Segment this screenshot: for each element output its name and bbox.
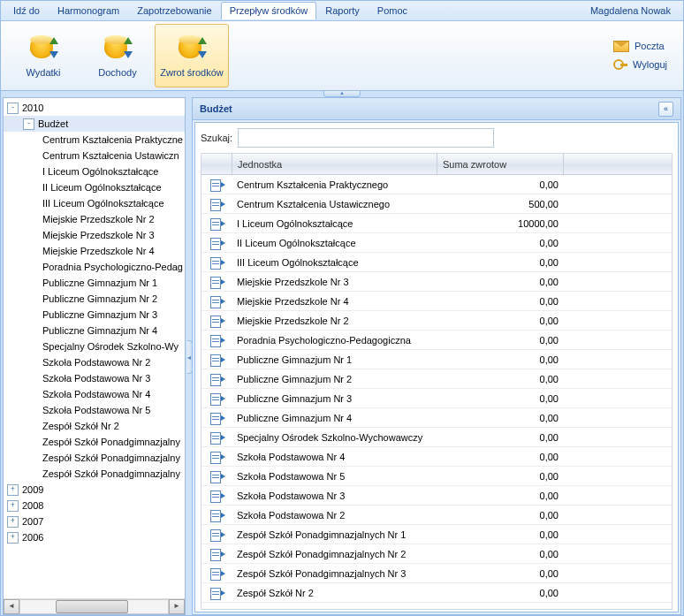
- tree-node[interactable]: Poradnia Psychologiczno-Pedag: [4, 259, 185, 275]
- db-refund-icon: [28, 34, 58, 64]
- tree-node[interactable]: Specjalny Ośrodek Szkolno-Wy: [4, 338, 185, 354]
- table-row[interactable]: Szkoła Podstawowa Nr 20,00: [201, 506, 672, 525]
- ribbon-collapse-handle[interactable]: [323, 91, 361, 97]
- table-row[interactable]: I Liceum Ogólnokształcące10000,00: [201, 214, 672, 233]
- tree-panel: -2010-BudżetCentrum Kształcenia Praktycz…: [3, 97, 186, 615]
- row-refund-icon: [210, 374, 223, 384]
- tree-node[interactable]: Publiczne Gimnazjum Nr 1: [4, 275, 185, 291]
- table-row[interactable]: Miejskie Przedszkole Nr 40,00: [201, 292, 672, 311]
- tree-node[interactable]: Centrum Kształcenia Ustawiczn: [4, 148, 185, 164]
- tree-node[interactable]: +2008: [4, 498, 185, 513]
- link-wyloguj[interactable]: Wyloguj: [613, 57, 667, 72]
- tree-node[interactable]: +2009: [4, 482, 185, 498]
- tree-toggle-icon[interactable]: +: [7, 532, 19, 544]
- tree-node[interactable]: Szkoła Podstawowa Nr 3: [4, 370, 185, 386]
- tree-node[interactable]: Miejskie Przedszkole Nr 2: [4, 211, 185, 227]
- table-row[interactable]: Publiczne Gimnazjum Nr 40,00: [201, 408, 672, 428]
- tree-node[interactable]: Zespół Szkół Ponadgimnazjalny: [4, 466, 185, 482]
- table-row[interactable]: Zespół Szkół Nr 20,00: [201, 583, 672, 603]
- table-row[interactable]: Zespół Szkół Ponadgimnazjalnych Nr 20,00: [201, 544, 672, 564]
- table-row[interactable]: Publiczne Gimnazjum Nr 30,00: [201, 389, 672, 408]
- tree-node[interactable]: Szkoła Podstawowa Nr 5: [4, 402, 185, 418]
- tree-node[interactable]: +2007: [4, 513, 185, 529]
- tree-node[interactable]: -Budżet: [4, 116, 185, 132]
- scroll-left-button[interactable]: ◄: [4, 599, 19, 614]
- table-row[interactable]: Centrum Kształcenia Ustawicznego500,00: [201, 194, 672, 214]
- db-refund-icon: [103, 34, 133, 64]
- col-icon[interactable]: [201, 154, 232, 174]
- menu-zapotrzebowanie[interactable]: Zapotrzebowanie: [128, 2, 220, 19]
- col-suma[interactable]: Suma zwrotow: [437, 154, 564, 174]
- tree-node[interactable]: Zespół Szkół Nr 2: [4, 418, 185, 434]
- tree-node[interactable]: Szkoła Podstawowa Nr 2: [4, 354, 185, 370]
- tree-node[interactable]: Centrum Kształcenia Praktyczne: [4, 132, 185, 148]
- menu-raporty[interactable]: Raporty: [316, 2, 369, 19]
- table-row[interactable]: Zespół Szkół Ponadgimnazjalnych Nr 10,00: [201, 525, 672, 544]
- search-input[interactable]: [238, 128, 494, 148]
- menu-przepływ-środków[interactable]: Przepływ środków: [221, 2, 317, 19]
- cell-suma: 0,00: [438, 179, 564, 190]
- tree-node[interactable]: Zespół Szkół Ponadgimnazjalny: [4, 450, 185, 466]
- tree-node[interactable]: Publiczne Gimnazjum Nr 3: [4, 307, 185, 323]
- table-row[interactable]: Szkoła Podstawowa Nr 40,00: [201, 447, 672, 467]
- tree-toggle-icon[interactable]: +: [7, 484, 19, 496]
- panel-collapse-button[interactable]: «: [658, 102, 673, 117]
- tree-toggle-icon[interactable]: +: [7, 516, 19, 528]
- col-jednostka[interactable]: Jednostka: [232, 154, 437, 174]
- scroll-right-button[interactable]: ►: [169, 599, 185, 614]
- db-refund-icon: [177, 34, 207, 64]
- ribbon-wydatki-button[interactable]: Wydatki: [6, 24, 80, 87]
- tree-node[interactable]: Publiczne Gimnazjum Nr 2: [4, 291, 185, 307]
- tree-node[interactable]: -2010: [4, 100, 185, 116]
- tree-node[interactable]: Publiczne Gimnazjum Nr 4: [4, 323, 185, 338]
- menu-pomoc[interactable]: Pomoc: [369, 2, 416, 19]
- scroll-thumb[interactable]: [56, 600, 128, 613]
- menu-idź-do[interactable]: Idź do: [4, 2, 49, 19]
- table-row[interactable]: Szkoła Podstawowa Nr 50,00: [201, 467, 672, 486]
- main-title: Budżet: [200, 103, 232, 114]
- cell-jednostka: Specjalny Ośrodek Szkolno-Wychowawczy: [232, 432, 438, 443]
- tree-node[interactable]: +2006: [4, 529, 185, 545]
- tree-node[interactable]: Szkoła Podstawowa Nr 4: [4, 386, 185, 402]
- table-row[interactable]: III Liceum Ogólnokształcące0,00: [201, 253, 672, 272]
- table-row[interactable]: Publiczne Gimnazjum Nr 20,00: [201, 369, 672, 389]
- table-row[interactable]: Zespół Szkół Ponadgimnazjalnych Nr 30,00: [201, 564, 672, 583]
- cell-jednostka: Publiczne Gimnazjum Nr 3: [232, 393, 438, 404]
- grid-header: Jednostka Suma zwrotow: [201, 154, 672, 175]
- tree-toggle-icon[interactable]: -: [7, 103, 19, 114]
- cell-jednostka: Zespół Szkół Ponadgimnazjalnych Nr 1: [232, 529, 438, 540]
- tree-node[interactable]: Miejskie Przedszkole Nr 3: [4, 227, 185, 243]
- tree-node[interactable]: III Liceum Ogólnokształcące: [4, 195, 185, 211]
- tree-node-label: Publiczne Gimnazjum Nr 1: [42, 278, 157, 288]
- scroll-track[interactable]: [19, 599, 169, 614]
- tree-node-label: 2009: [22, 484, 43, 495]
- tree-node[interactable]: Zespół Szkół Ponadgimnazjalny: [4, 434, 185, 450]
- mail-icon: [613, 41, 629, 52]
- table-row[interactable]: Miejskie Przedszkole Nr 30,00: [201, 272, 672, 292]
- tree-node-label: Miejskie Przedszkole Nr 3: [42, 230, 155, 240]
- tree-node[interactable]: Miejskie Przedszkole Nr 4: [4, 243, 185, 259]
- tree-horizontal-scrollbar[interactable]: ◄ ►: [4, 598, 185, 614]
- col-blank[interactable]: [564, 154, 672, 174]
- table-row[interactable]: Szkoła Podstawowa Nr 30,00: [201, 486, 672, 506]
- ribbon-dochody-button[interactable]: Dochody: [80, 24, 155, 87]
- cell-jednostka: Szkoła Podstawowa Nr 2: [232, 510, 438, 521]
- tree-node-label: III Liceum Ogólnokształcące: [42, 198, 164, 209]
- ribbon-zwrot-środków-button[interactable]: Zwrot środków: [155, 24, 229, 87]
- table-row[interactable]: Miejskie Przedszkole Nr 20,00: [201, 311, 672, 331]
- tree-node[interactable]: II Liceum Ogólnokształcące: [4, 179, 185, 195]
- table-row[interactable]: Publiczne Gimnazjum Nr 10,00: [201, 350, 672, 369]
- main-content: Szukaj: Jednostka Suma zwrotow Centrum K…: [194, 122, 679, 612]
- table-row[interactable]: Centrum Kształcenia Praktycznego0,00: [201, 175, 672, 194]
- tree-node-label: Szkoła Podstawowa Nr 2: [42, 357, 150, 368]
- tree-node-label: Zespół Szkół Ponadgimnazjalny: [42, 452, 180, 463]
- menu-harmonogram[interactable]: Harmonogram: [49, 2, 128, 19]
- tree-toggle-icon[interactable]: -: [23, 118, 34, 130]
- tree-toggle-icon[interactable]: +: [7, 500, 19, 512]
- table-row[interactable]: Poradnia Psychologiczno-Pedagogiczna0,00: [201, 331, 672, 350]
- row-refund-icon: [210, 413, 223, 423]
- tree-node[interactable]: I Liceum Ogólnokształcące: [4, 164, 185, 179]
- table-row[interactable]: II Liceum Ogólnokształcące0,00: [201, 233, 672, 253]
- link-poczta[interactable]: Poczta: [613, 41, 667, 52]
- table-row[interactable]: Specjalny Ośrodek Szkolno-Wychowawczy0,0…: [201, 428, 672, 447]
